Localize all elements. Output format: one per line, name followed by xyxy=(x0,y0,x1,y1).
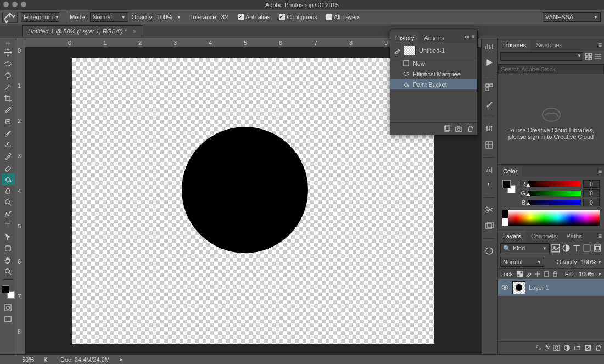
link-layers-icon[interactable] xyxy=(535,344,542,351)
layer-name[interactable]: Layer 1 xyxy=(529,284,549,291)
brush-preset-icon[interactable] xyxy=(485,99,494,108)
red-value[interactable]: 0 xyxy=(583,180,600,188)
styles-icon[interactable] xyxy=(485,141,494,149)
layer-thumbnail[interactable] xyxy=(512,281,525,294)
tab-libraries[interactable]: Libraries xyxy=(498,40,531,51)
close-tab-icon[interactable]: × xyxy=(133,28,136,35)
circle-icon[interactable] xyxy=(485,247,494,255)
clone-stamp-tool[interactable] xyxy=(2,139,15,150)
minimize-icon[interactable] xyxy=(12,2,18,7)
filter-type-icon[interactable] xyxy=(572,244,581,253)
pen-tool[interactable] xyxy=(2,208,15,220)
crop-tool[interactable] xyxy=(2,93,15,104)
filter-adjust-icon[interactable] xyxy=(562,244,571,253)
navigator-play-icon[interactable] xyxy=(485,58,494,67)
lock-paint-icon[interactable] xyxy=(525,271,532,277)
contiguous-checkbox[interactable] xyxy=(279,14,285,20)
anti-alias-checkbox[interactable] xyxy=(238,14,244,20)
lasso-tool[interactable] xyxy=(2,70,15,81)
adjustment-layer-icon[interactable] xyxy=(563,344,571,351)
all-layers-checkbox[interactable] xyxy=(326,14,332,20)
filter-shape-icon[interactable] xyxy=(583,244,591,253)
marquee-tool[interactable] xyxy=(2,58,15,70)
tab-channels[interactable]: Channels xyxy=(526,231,561,242)
maximize-icon[interactable] xyxy=(21,2,26,7)
delete-layer-icon[interactable] xyxy=(595,344,602,351)
window-controls[interactable] xyxy=(3,2,26,7)
history-brush-marker-icon[interactable] xyxy=(394,47,401,54)
red-slider[interactable] xyxy=(528,181,581,187)
group-icon[interactable] xyxy=(574,344,581,351)
grid-view-icon[interactable] xyxy=(585,53,592,60)
layer-opacity-value[interactable]: 100% xyxy=(581,259,596,265)
scissors-icon[interactable] xyxy=(485,205,494,214)
panel-menu-icon[interactable]: ≡ xyxy=(598,41,602,49)
workspace-dropdown[interactable]: VANESSA▼ xyxy=(543,12,601,22)
layer-blend-dropdown[interactable]: Normal▼ xyxy=(500,257,544,267)
history-brush-tool[interactable] xyxy=(2,150,15,162)
fx-icon[interactable]: fx xyxy=(545,345,550,351)
paint-bucket-tool[interactable] xyxy=(2,173,15,185)
dodge-tool[interactable] xyxy=(2,197,15,208)
zoom-level[interactable]: 50% xyxy=(22,356,34,363)
color-spectrum[interactable] xyxy=(502,210,600,226)
panel-collapse-icon[interactable]: ▸▸ ≡ xyxy=(465,33,475,40)
fill-source-dropdown[interactable]: Foreground▼ xyxy=(21,12,59,22)
hand-tool[interactable] xyxy=(2,254,15,266)
expand-icon[interactable] xyxy=(44,356,51,363)
doc-size[interactable]: Doc: 24.4M/24.0M xyxy=(60,356,110,363)
blend-mode-dropdown[interactable]: Normal▼ xyxy=(90,12,128,22)
type-tool[interactable] xyxy=(2,220,15,231)
screen-mode-tool[interactable] xyxy=(2,313,15,325)
tab-color[interactable]: Color xyxy=(498,166,522,177)
lock-all-icon[interactable] xyxy=(552,271,558,277)
spot-heal-tool[interactable] xyxy=(2,116,15,127)
quick-mask-tool[interactable] xyxy=(2,302,15,313)
lock-transparency-icon[interactable] xyxy=(517,271,523,277)
toolbar-grip-icon[interactable]: ▸▸ xyxy=(6,41,10,46)
layer-filter-kind[interactable]: 🔍Kind▼ xyxy=(500,243,550,253)
history-source[interactable]: Untitled-1 xyxy=(390,43,477,58)
new-snapshot-doc-icon[interactable] xyxy=(444,125,451,132)
magic-wand-tool[interactable] xyxy=(2,81,15,93)
brush-tool[interactable] xyxy=(2,127,15,139)
eraser-tool[interactable] xyxy=(2,162,15,173)
tab-layers[interactable]: Layers xyxy=(498,231,526,242)
blur-tool[interactable] xyxy=(2,185,15,197)
path-selection-tool[interactable] xyxy=(2,231,15,243)
history-step-new[interactable]: New xyxy=(390,58,477,69)
filter-smart-icon[interactable] xyxy=(593,244,602,253)
active-tool-icon[interactable] xyxy=(2,12,18,23)
close-icon[interactable] xyxy=(3,2,9,7)
list-view-icon[interactable] xyxy=(594,53,602,60)
adjustments-icon[interactable] xyxy=(485,124,494,133)
lock-position-icon[interactable] xyxy=(534,271,541,277)
document-tab[interactable]: Untitled-1 @ 50% (Layer 1, RGB/8) * × xyxy=(22,25,142,37)
new-layer-icon[interactable] xyxy=(584,344,591,351)
tab-history[interactable]: History xyxy=(390,32,419,43)
panel-menu-icon[interactable]: ≡ xyxy=(598,167,602,175)
character-icon[interactable]: A| xyxy=(486,165,493,174)
blue-slider[interactable] xyxy=(528,200,581,205)
eyedropper-tool[interactable] xyxy=(2,104,15,116)
layer-comps-icon[interactable] xyxy=(485,222,494,231)
lock-artboard-icon[interactable] xyxy=(543,271,550,277)
filter-image-icon[interactable] xyxy=(551,244,560,253)
shape-tool[interactable] xyxy=(2,243,15,254)
panel-menu-icon[interactable]: ≡ xyxy=(598,232,602,240)
visibility-toggle-icon[interactable] xyxy=(500,284,509,292)
zoom-tool[interactable] xyxy=(2,266,15,277)
stock-search-input[interactable] xyxy=(498,64,604,74)
library-dropdown[interactable]: ▼ xyxy=(500,52,583,61)
color-swatches[interactable] xyxy=(2,285,15,299)
paragraph-icon[interactable]: ¶ xyxy=(488,182,491,189)
history-step-paint-bucket[interactable]: Paint Bucket xyxy=(390,79,477,89)
snapshot-camera-icon[interactable] xyxy=(455,125,462,132)
mask-icon[interactable] xyxy=(553,344,560,351)
tab-actions[interactable]: Actions xyxy=(419,32,449,43)
histogram-icon[interactable] xyxy=(485,42,494,51)
artboard[interactable] xyxy=(72,58,434,344)
tab-paths[interactable]: Paths xyxy=(562,231,587,242)
green-value[interactable]: 0 xyxy=(583,189,600,197)
foreground-color[interactable] xyxy=(2,285,9,293)
